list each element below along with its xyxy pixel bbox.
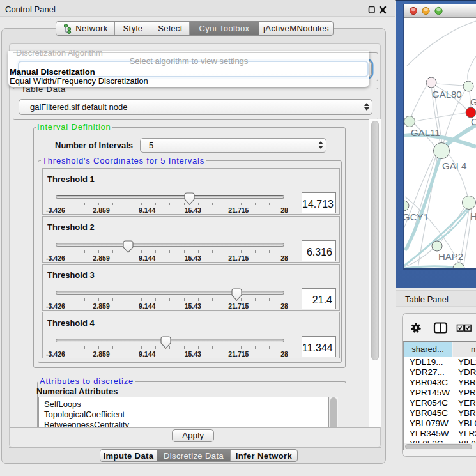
svg-text:GAL80: GAL80 — [432, 89, 462, 100]
svg-text:C: C — [471, 116, 476, 127]
svg-text:GAL4: GAL4 — [442, 160, 466, 171]
svg-text:H: H — [470, 211, 476, 222]
svg-text:HAP2: HAP2 — [438, 251, 463, 262]
svg-text:GA: GA — [470, 96, 476, 107]
svg-text:GCY1: GCY1 — [404, 211, 429, 222]
svg-text:GAL11: GAL11 — [411, 127, 440, 138]
